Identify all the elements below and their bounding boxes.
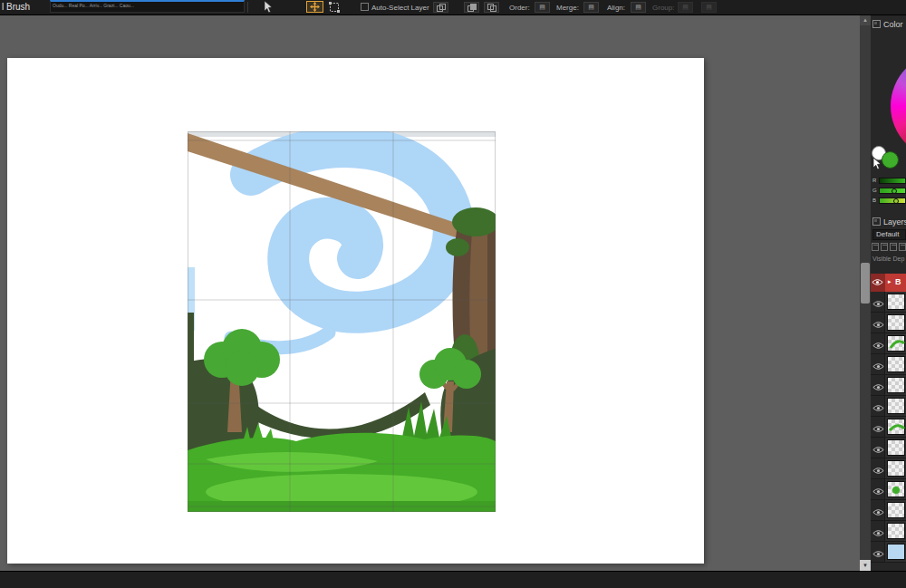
layer-thumbnail[interactable] xyxy=(887,377,905,393)
canvas-viewport[interactable] xyxy=(0,14,860,571)
layer-row[interactable] xyxy=(871,313,906,333)
transform-button[interactable] xyxy=(325,1,342,13)
slider-knob[interactable] xyxy=(893,198,899,204)
layer-thumbnail[interactable] xyxy=(887,294,905,310)
right-dock-panel: Color R G B Layers Default xyxy=(871,14,906,571)
visibility-toggle[interactable] xyxy=(871,354,885,374)
green-channel-row: G xyxy=(871,187,906,196)
toolbar-divider xyxy=(247,2,248,13)
layer-row[interactable] xyxy=(871,521,906,542)
lock-pixels-icon[interactable] xyxy=(881,243,888,251)
blue-channel-slider[interactable] xyxy=(879,198,906,204)
layer-thumbnail[interactable] xyxy=(887,335,905,352)
visibility-toggle[interactable] xyxy=(871,542,885,562)
auto-select-layer-option[interactable]: Auto-Select Layer xyxy=(361,3,429,12)
visibility-eye-icon xyxy=(872,508,884,516)
distribute-button[interactable] xyxy=(484,2,499,13)
layer-row[interactable] xyxy=(871,479,906,500)
layer-thumbnail[interactable] xyxy=(887,419,905,435)
layer-thumbnail[interactable] xyxy=(887,314,905,331)
lock-position-icon[interactable] xyxy=(890,243,897,251)
layer-thumbnail[interactable] xyxy=(887,481,905,497)
layer-thumbnail[interactable] xyxy=(887,523,905,539)
layers-panel-header: Layers xyxy=(872,217,906,227)
layer-row[interactable] xyxy=(871,375,906,396)
align-menu-button[interactable]: ▤ xyxy=(631,2,646,13)
forest-illustration xyxy=(188,131,496,512)
align-left-button[interactable] xyxy=(433,2,448,13)
align-center-button[interactable] xyxy=(464,2,479,13)
merge-menu-button[interactable]: ▤ xyxy=(583,2,599,13)
blend-mode-dropdown[interactable]: Default xyxy=(872,229,906,240)
layer-row[interactable] xyxy=(871,458,906,479)
scrollbar-thumb[interactable] xyxy=(861,263,870,304)
scroll-up-icon[interactable]: ▲ xyxy=(860,14,871,25)
layers-panel-title: Layers xyxy=(883,217,906,227)
lock-all-icon[interactable] xyxy=(899,243,906,251)
visibility-eye-icon xyxy=(872,342,884,350)
layer-row[interactable] xyxy=(871,292,906,313)
visibility-toggle[interactable] xyxy=(871,500,885,520)
layer-thumbnail[interactable] xyxy=(887,398,905,414)
lock-transparency-icon[interactable] xyxy=(872,243,879,251)
order-menu-button[interactable]: ▤ xyxy=(535,2,550,13)
green-channel-slider[interactable] xyxy=(879,188,906,194)
layer-thumbnail[interactable] xyxy=(887,502,905,518)
layer-row[interactable] xyxy=(871,542,906,563)
visibility-toggle[interactable] xyxy=(871,438,885,458)
layer-row[interactable] xyxy=(871,333,906,354)
vertical-scrollbar[interactable]: ▲ ▼ xyxy=(860,14,871,571)
layers-stack-icon xyxy=(437,4,446,12)
auto-select-checkbox[interactable] xyxy=(361,3,369,11)
group-button[interactable]: ▤ xyxy=(678,2,693,13)
color-wheel[interactable] xyxy=(891,53,906,159)
visibility-eye-icon xyxy=(872,321,884,329)
layer-thumbnail[interactable] xyxy=(887,356,905,372)
artboard[interactable] xyxy=(7,58,704,564)
primary-color-swatch[interactable] xyxy=(882,151,899,169)
visibility-toggle[interactable] xyxy=(871,333,885,353)
visibility-eye-icon xyxy=(872,487,884,496)
green-channel-label: G xyxy=(872,188,877,193)
layer-row[interactable] xyxy=(871,354,906,375)
move-crosshair-icon xyxy=(310,2,320,12)
visibility-toggle[interactable] xyxy=(871,313,885,333)
layer-row[interactable] xyxy=(871,396,906,417)
layer-thumbnail[interactable] xyxy=(887,544,905,560)
brush-preset-text: Oudu... Real Po... Arriv... Grazi... Cao… xyxy=(51,2,244,9)
thumbnail-green-stroke xyxy=(888,336,906,352)
visibility-toggle[interactable] xyxy=(871,417,885,437)
layer-row[interactable] xyxy=(871,500,906,521)
layer-thumbnail[interactable] xyxy=(887,439,905,456)
layer-thumbnail[interactable] xyxy=(887,460,905,477)
slider-knob[interactable] xyxy=(892,188,897,194)
visibility-toggle[interactable] xyxy=(871,292,885,312)
move-tool-icon[interactable] xyxy=(261,1,275,13)
brush-preset-box[interactable]: Oudu... Real Po... Arriv... Grazi... Cao… xyxy=(50,0,245,13)
layer-row[interactable] xyxy=(871,417,906,438)
blue-channel-label: B xyxy=(872,198,876,203)
visibility-toggle[interactable] xyxy=(871,396,885,416)
artwork-canvas[interactable] xyxy=(188,131,496,512)
ungroup-button[interactable]: ▤ xyxy=(701,2,717,13)
selected-layer-row[interactable]: ▸ B xyxy=(871,274,906,292)
color-panel-icon xyxy=(872,20,881,28)
red-channel-slider[interactable] xyxy=(879,178,906,184)
layer-row[interactable] xyxy=(871,438,906,458)
visibility-eye-icon[interactable] xyxy=(872,278,883,286)
layer-list xyxy=(871,292,906,563)
visibility-eye-icon xyxy=(872,404,884,412)
move-crosshair-button[interactable] xyxy=(306,1,323,13)
scroll-down-icon[interactable]: ▼ xyxy=(860,560,871,571)
visibility-toggle[interactable] xyxy=(871,458,885,478)
layers-panel-icon xyxy=(872,217,881,226)
visibility-eye-icon xyxy=(872,383,884,391)
visibility-toggle[interactable] xyxy=(871,375,885,395)
expand-triangle-icon[interactable]: ▸ xyxy=(888,278,892,285)
group-label: Group: xyxy=(652,4,674,12)
visibility-toggle[interactable] xyxy=(871,521,885,541)
order-label: Order: xyxy=(509,4,530,12)
visibility-eye-icon xyxy=(872,550,884,558)
visibility-toggle[interactable] xyxy=(871,479,885,499)
layers-stack-icon xyxy=(467,4,477,12)
